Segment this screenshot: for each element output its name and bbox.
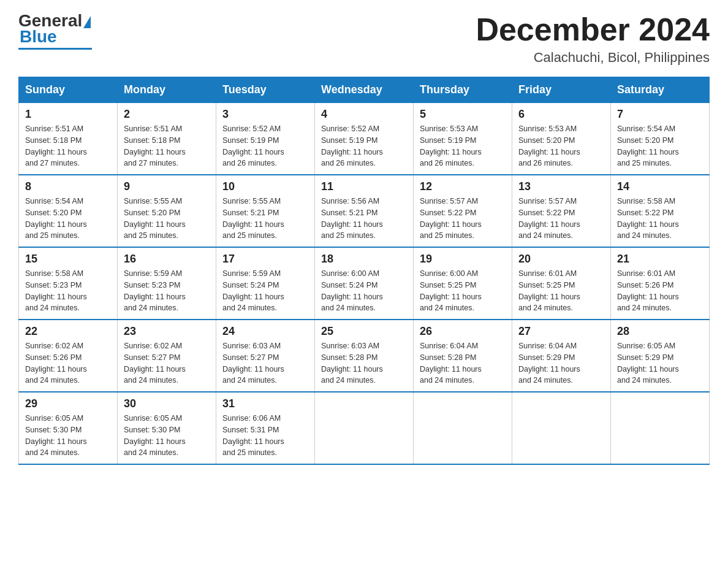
header-tuesday: Tuesday <box>216 77 315 103</box>
day-number: 7 <box>617 108 703 121</box>
day-info: Sunrise: 5:57 AM Sunset: 5:22 PM Dayligh… <box>518 196 604 242</box>
day-info: Sunrise: 6:04 AM Sunset: 5:29 PM Dayligh… <box>518 340 604 386</box>
calendar-cell: 6 Sunrise: 5:53 AM Sunset: 5:20 PM Dayli… <box>512 103 611 175</box>
day-info: Sunrise: 6:01 AM Sunset: 5:26 PM Dayligh… <box>617 268 703 314</box>
day-info: Sunrise: 5:51 AM Sunset: 5:18 PM Dayligh… <box>25 123 111 169</box>
day-info: Sunrise: 5:53 AM Sunset: 5:20 PM Dayligh… <box>518 123 604 169</box>
calendar-cell: 20 Sunrise: 6:01 AM Sunset: 5:25 PM Dayl… <box>512 247 611 320</box>
calendar-week-row: 29 Sunrise: 6:05 AM Sunset: 5:30 PM Dayl… <box>19 392 710 464</box>
calendar-cell: 27 Sunrise: 6:04 AM Sunset: 5:29 PM Dayl… <box>512 320 611 392</box>
day-info: Sunrise: 6:00 AM Sunset: 5:25 PM Dayligh… <box>420 268 506 314</box>
day-number: 31 <box>222 397 308 410</box>
day-number: 19 <box>420 253 506 266</box>
calendar-cell: 30 Sunrise: 6:05 AM Sunset: 5:30 PM Dayl… <box>118 392 216 464</box>
day-info: Sunrise: 5:55 AM Sunset: 5:20 PM Dayligh… <box>124 196 210 242</box>
day-info: Sunrise: 6:06 AM Sunset: 5:31 PM Dayligh… <box>222 413 308 459</box>
calendar-header-row: SundayMondayTuesdayWednesdayThursdayFrid… <box>19 77 710 103</box>
calendar-cell: 2 Sunrise: 5:51 AM Sunset: 5:18 PM Dayli… <box>118 103 216 175</box>
day-info: Sunrise: 5:59 AM Sunset: 5:23 PM Dayligh… <box>124 268 210 314</box>
calendar-cell: 26 Sunrise: 6:04 AM Sunset: 5:28 PM Dayl… <box>414 320 512 392</box>
day-info: Sunrise: 6:02 AM Sunset: 5:26 PM Dayligh… <box>25 340 111 386</box>
calendar-cell: 25 Sunrise: 6:03 AM Sunset: 5:28 PM Dayl… <box>315 320 414 392</box>
calendar-table: SundayMondayTuesdayWednesdayThursdayFrid… <box>18 77 710 465</box>
calendar-cell: 18 Sunrise: 6:00 AM Sunset: 5:24 PM Dayl… <box>315 247 414 320</box>
day-number: 5 <box>420 108 506 121</box>
day-number: 9 <box>124 180 210 193</box>
calendar-cell: 12 Sunrise: 5:57 AM Sunset: 5:22 PM Dayl… <box>414 175 512 247</box>
calendar-cell: 1 Sunrise: 5:51 AM Sunset: 5:18 PM Dayli… <box>19 103 118 175</box>
day-info: Sunrise: 5:55 AM Sunset: 5:21 PM Dayligh… <box>222 196 308 242</box>
calendar-cell: 29 Sunrise: 6:05 AM Sunset: 5:30 PM Dayl… <box>19 392 118 464</box>
calendar-week-row: 15 Sunrise: 5:58 AM Sunset: 5:23 PM Dayl… <box>19 247 710 320</box>
logo-triangle-icon <box>83 16 91 28</box>
day-info: Sunrise: 6:00 AM Sunset: 5:24 PM Dayligh… <box>321 268 407 314</box>
day-number: 13 <box>518 180 604 193</box>
day-number: 21 <box>617 253 703 266</box>
day-number: 1 <box>25 108 111 121</box>
calendar-cell: 5 Sunrise: 5:53 AM Sunset: 5:19 PM Dayli… <box>414 103 512 175</box>
day-info: Sunrise: 5:54 AM Sunset: 5:20 PM Dayligh… <box>617 123 703 169</box>
calendar-cell <box>315 392 414 464</box>
day-info: Sunrise: 5:52 AM Sunset: 5:19 PM Dayligh… <box>222 123 308 169</box>
day-info: Sunrise: 5:52 AM Sunset: 5:19 PM Dayligh… <box>321 123 407 169</box>
day-info: Sunrise: 6:04 AM Sunset: 5:28 PM Dayligh… <box>420 340 506 386</box>
day-number: 26 <box>420 325 506 338</box>
day-info: Sunrise: 5:58 AM Sunset: 5:22 PM Dayligh… <box>617 196 703 242</box>
day-info: Sunrise: 6:05 AM Sunset: 5:30 PM Dayligh… <box>25 413 111 459</box>
day-number: 29 <box>25 397 111 410</box>
logo-underline <box>18 48 92 50</box>
day-number: 2 <box>124 108 210 121</box>
calendar-cell: 11 Sunrise: 5:56 AM Sunset: 5:21 PM Dayl… <box>315 175 414 247</box>
day-info: Sunrise: 5:59 AM Sunset: 5:24 PM Dayligh… <box>222 268 308 314</box>
calendar-cell: 13 Sunrise: 5:57 AM Sunset: 5:22 PM Dayl… <box>512 175 611 247</box>
day-number: 6 <box>518 108 604 121</box>
calendar-cell: 21 Sunrise: 6:01 AM Sunset: 5:26 PM Dayl… <box>611 247 710 320</box>
header-sunday: Sunday <box>19 77 118 103</box>
location-title: Calachuchi, Bicol, Philippines <box>476 50 710 66</box>
day-number: 23 <box>124 325 210 338</box>
calendar-cell <box>512 392 611 464</box>
title-block: December 2024 Calachuchi, Bicol, Philipp… <box>476 12 710 66</box>
day-info: Sunrise: 6:01 AM Sunset: 5:25 PM Dayligh… <box>518 268 604 314</box>
day-info: Sunrise: 5:54 AM Sunset: 5:20 PM Dayligh… <box>25 196 111 242</box>
logo: General Blue <box>18 12 92 50</box>
day-info: Sunrise: 5:57 AM Sunset: 5:22 PM Dayligh… <box>420 196 506 242</box>
calendar-week-row: 22 Sunrise: 6:02 AM Sunset: 5:26 PM Dayl… <box>19 320 710 392</box>
calendar-cell: 9 Sunrise: 5:55 AM Sunset: 5:20 PM Dayli… <box>118 175 216 247</box>
day-info: Sunrise: 5:58 AM Sunset: 5:23 PM Dayligh… <box>25 268 111 314</box>
day-info: Sunrise: 6:03 AM Sunset: 5:27 PM Dayligh… <box>222 340 308 386</box>
header-friday: Friday <box>512 77 611 103</box>
day-number: 22 <box>25 325 111 338</box>
calendar-week-row: 8 Sunrise: 5:54 AM Sunset: 5:20 PM Dayli… <box>19 175 710 247</box>
day-info: Sunrise: 6:05 AM Sunset: 5:29 PM Dayligh… <box>617 340 703 386</box>
day-number: 14 <box>617 180 703 193</box>
day-number: 18 <box>321 253 407 266</box>
day-info: Sunrise: 6:05 AM Sunset: 5:30 PM Dayligh… <box>124 413 210 459</box>
day-number: 24 <box>222 325 308 338</box>
day-number: 27 <box>518 325 604 338</box>
calendar-cell: 17 Sunrise: 5:59 AM Sunset: 5:24 PM Dayl… <box>216 247 315 320</box>
calendar-cell: 10 Sunrise: 5:55 AM Sunset: 5:21 PM Dayl… <box>216 175 315 247</box>
calendar-cell <box>414 392 512 464</box>
day-number: 16 <box>124 253 210 266</box>
page-header: General Blue December 2024 Calachuchi, B… <box>18 12 710 66</box>
calendar-week-row: 1 Sunrise: 5:51 AM Sunset: 5:18 PM Dayli… <box>19 103 710 175</box>
day-number: 10 <box>222 180 308 193</box>
day-number: 12 <box>420 180 506 193</box>
calendar-cell: 14 Sunrise: 5:58 AM Sunset: 5:22 PM Dayl… <box>611 175 710 247</box>
calendar-cell: 31 Sunrise: 6:06 AM Sunset: 5:31 PM Dayl… <box>216 392 315 464</box>
month-title: December 2024 <box>476 12 710 47</box>
day-number: 20 <box>518 253 604 266</box>
day-number: 15 <box>25 253 111 266</box>
day-number: 3 <box>222 108 308 121</box>
calendar-cell: 7 Sunrise: 5:54 AM Sunset: 5:20 PM Dayli… <box>611 103 710 175</box>
calendar-cell <box>611 392 710 464</box>
day-number: 17 <box>222 253 308 266</box>
day-info: Sunrise: 5:53 AM Sunset: 5:19 PM Dayligh… <box>420 123 506 169</box>
calendar-cell: 4 Sunrise: 5:52 AM Sunset: 5:19 PM Dayli… <box>315 103 414 175</box>
calendar-cell: 8 Sunrise: 5:54 AM Sunset: 5:20 PM Dayli… <box>19 175 118 247</box>
calendar-cell: 3 Sunrise: 5:52 AM Sunset: 5:19 PM Dayli… <box>216 103 315 175</box>
day-number: 25 <box>321 325 407 338</box>
day-number: 30 <box>124 397 210 410</box>
day-number: 11 <box>321 180 407 193</box>
